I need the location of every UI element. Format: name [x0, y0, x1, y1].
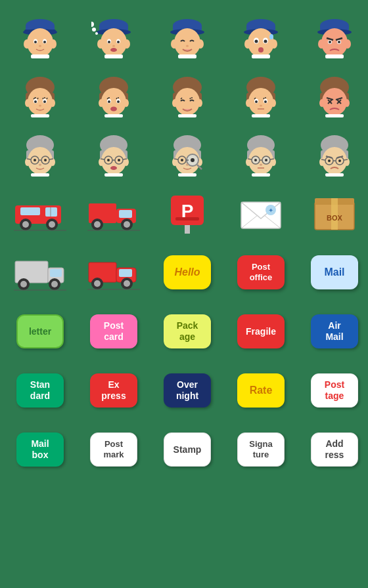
- svg-point-76: [101, 88, 126, 116]
- svg-point-53: [321, 28, 348, 57]
- face-elder-neutral[interactable]: [3, 125, 77, 184]
- svg-point-24: [110, 48, 117, 52]
- svg-point-6: [50, 39, 57, 49]
- red-truck-2[interactable]: [77, 243, 150, 302]
- svg-point-100: [255, 100, 258, 103]
- face-male-angry[interactable]: [298, 7, 368, 66]
- svg-point-213: [124, 280, 130, 287]
- envelope[interactable]: ✦: [224, 184, 298, 243]
- svg-rect-12: [31, 54, 49, 58]
- svg-point-55: [344, 39, 351, 49]
- svg-point-121: [39, 164, 41, 166]
- badge-mail[interactable]: Mail: [298, 243, 368, 302]
- svg-point-96: [246, 99, 251, 107]
- svg-rect-72: [31, 114, 49, 117]
- delivery-box[interactable]: BOX: [298, 184, 368, 243]
- face-female-smile[interactable]: [150, 66, 224, 125]
- badge-airmail[interactable]: AirMail: [298, 302, 368, 361]
- badge-rate[interactable]: Rate: [224, 361, 298, 420]
- badge-postcard[interactable]: Postcard: [77, 302, 150, 361]
- svg-point-175: [22, 221, 29, 228]
- svg-point-101: [264, 100, 267, 103]
- badge-fragile[interactable]: Fragile: [224, 302, 298, 361]
- svg-point-41: [244, 39, 251, 49]
- badge-mailbox[interactable]: Mailbox: [3, 420, 77, 479]
- badge-postage[interactable]: Posttage: [298, 361, 368, 420]
- svg-point-132: [118, 159, 120, 161]
- svg-point-21: [108, 41, 110, 43]
- svg-point-58: [329, 41, 331, 43]
- svg-text:BOX: BOX: [327, 214, 343, 222]
- svg-point-155: [254, 159, 257, 161]
- face-male-surprised[interactable]: [224, 7, 298, 66]
- svg-rect-190: [175, 217, 199, 220]
- red-van[interactable]: [3, 184, 77, 243]
- svg-rect-36: [178, 54, 196, 58]
- svg-point-18: [124, 39, 130, 49]
- svg-rect-201: [50, 269, 62, 277]
- svg-point-156: [265, 159, 267, 161]
- red-truck[interactable]: [77, 184, 150, 243]
- svg-point-119: [34, 159, 36, 161]
- badge-letter[interactable]: letter: [3, 302, 77, 361]
- gray-truck[interactable]: [3, 243, 77, 302]
- svg-point-23: [112, 45, 115, 47]
- face-male-smile[interactable]: [150, 7, 224, 66]
- badge-stamp[interactable]: Stamp: [150, 420, 224, 479]
- svg-point-54: [318, 39, 325, 49]
- svg-point-97: [271, 99, 276, 107]
- face-male-talking[interactable]: [77, 7, 150, 66]
- badge-signature[interactable]: Signature: [224, 420, 298, 479]
- badge-hello[interactable]: Hello: [150, 243, 224, 302]
- svg-point-22: [117, 41, 120, 43]
- svg-point-89: [172, 99, 177, 107]
- svg-point-70: [43, 100, 46, 103]
- badge-package[interactable]: Package: [150, 302, 224, 361]
- svg-point-10: [43, 41, 46, 43]
- face-female-talking[interactable]: [77, 66, 150, 125]
- face-male-neutral[interactable]: [3, 7, 77, 66]
- svg-rect-146: [178, 173, 196, 177]
- svg-point-4: [27, 28, 53, 57]
- svg-point-81: [108, 100, 110, 103]
- badge-express[interactable]: Express: [77, 361, 150, 420]
- svg-point-65: [25, 99, 30, 107]
- svg-point-46: [264, 40, 267, 43]
- badge-post-office[interactable]: Postoffice: [224, 243, 298, 302]
- svg-point-59: [338, 41, 340, 43]
- svg-point-83: [110, 107, 117, 112]
- face-elder-magnify[interactable]: [150, 125, 224, 184]
- svg-point-71: [39, 105, 41, 107]
- face-female-neutral2[interactable]: [224, 66, 298, 125]
- svg-point-11: [39, 45, 41, 47]
- face-female-neutral[interactable]: [3, 66, 77, 125]
- badge-address[interactable]: Address: [298, 420, 368, 479]
- post-pillar-box[interactable]: P: [150, 184, 224, 243]
- svg-point-33: [171, 39, 177, 49]
- svg-point-167: [328, 159, 331, 162]
- face-elder-glasses[interactable]: [224, 125, 298, 184]
- svg-point-107: [322, 88, 347, 116]
- face-female-angry[interactable]: [298, 66, 368, 125]
- svg-point-48: [269, 34, 273, 39]
- badge-overnight[interactable]: Overnight: [150, 361, 224, 420]
- svg-rect-110: [325, 114, 344, 117]
- svg-point-177: [49, 221, 55, 228]
- face-elder-stern[interactable]: [298, 125, 368, 184]
- svg-point-108: [319, 99, 325, 107]
- svg-point-40: [248, 28, 274, 57]
- face-elder-talking[interactable]: [77, 125, 150, 184]
- badge-standard[interactable]: Standard: [3, 361, 77, 420]
- svg-point-185: [124, 221, 130, 228]
- svg-point-16: [101, 28, 127, 57]
- svg-point-66: [50, 99, 55, 107]
- svg-point-203: [20, 281, 27, 287]
- svg-point-26: [95, 32, 98, 35]
- badge-postmark[interactable]: Postmark: [77, 420, 150, 479]
- svg-point-120: [44, 159, 47, 161]
- svg-point-64: [28, 88, 53, 116]
- svg-point-35: [186, 45, 189, 47]
- svg-point-9: [34, 41, 37, 43]
- svg-rect-134: [104, 173, 123, 177]
- svg-point-42: [271, 39, 277, 49]
